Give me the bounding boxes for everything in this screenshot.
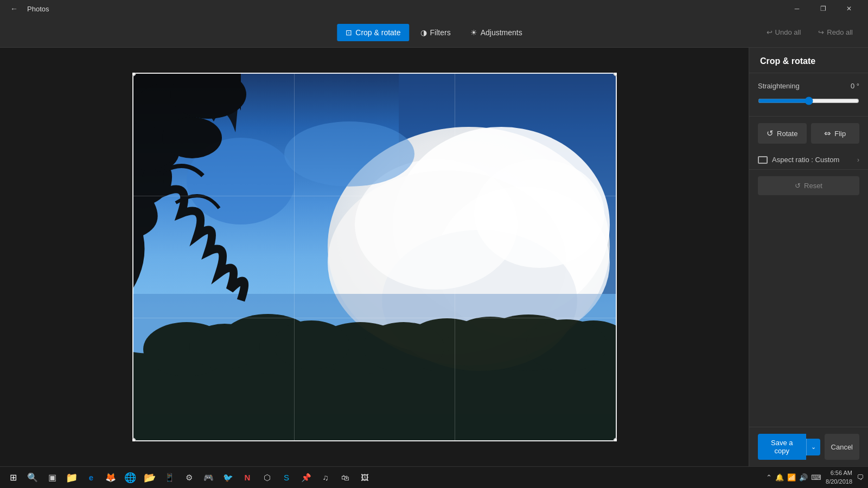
- restore-button[interactable]: ❐: [810, 0, 835, 17]
- save-dropdown-button[interactable]: ⌄: [806, 439, 820, 455]
- taskbar-task-view[interactable]: ▣: [43, 469, 61, 486]
- filter-icon: ◑: [420, 28, 427, 37]
- taskbar-photos[interactable]: 🖼: [356, 469, 373, 486]
- tray-notification[interactable]: 🔔: [775, 473, 784, 481]
- taskbar: ⊞ 🔍 ▣ 📁 e 🦊 🌐 📂 📱 ⚙ 🎮 🐦 N ⬡ S 📌 ♫ 🛍 🖼 ⌃ …: [0, 466, 868, 488]
- aspect-chevron-icon: ›: [857, 156, 859, 164]
- svg-point-23: [273, 320, 349, 369]
- svg-point-10: [284, 121, 414, 187]
- undo-all-button[interactable]: ↩ Undo all: [762, 26, 806, 38]
- taskbar-app2[interactable]: N: [239, 469, 256, 486]
- svg-point-24: [363, 322, 444, 372]
- taskbar-skype[interactable]: S: [278, 469, 295, 486]
- redo-all-button[interactable]: ↪ Redo all: [814, 26, 857, 38]
- taskbar-tray: ⌃ 🔔 📶 🔊 ⌨ 6:56 AM 8/20/2018 🗨: [766, 469, 864, 486]
- svg-point-26: [526, 319, 607, 371]
- taskbar-clock[interactable]: 6:56 AM 8/20/2018: [826, 469, 852, 486]
- redo-icon: ↪: [818, 28, 824, 36]
- undo-all-label: Undo all: [775, 28, 801, 36]
- straightening-section: Straightening 0 °: [749, 73, 868, 117]
- reset-label: Reset: [804, 182, 822, 190]
- aspect-ratio-colon: :: [811, 156, 815, 164]
- photo-svg: [132, 73, 617, 441]
- back-button[interactable]: ←: [7, 1, 22, 16]
- redo-all-label: Redo all: [827, 28, 853, 36]
- app-title: Photos: [27, 5, 49, 13]
- panel-title: Crop & rotate: [749, 48, 868, 73]
- main-content: Crop & rotate Straightening 0 ° ↺ Rotate…: [0, 48, 868, 466]
- tray-arrow[interactable]: ⌃: [766, 473, 772, 481]
- flip-icon: ⇔: [824, 129, 831, 138]
- photo-canvas: [132, 73, 617, 441]
- taskbar-firefox[interactable]: 🦊: [102, 469, 119, 486]
- toolbar-right: ↩ Undo all ↪ Redo all: [762, 26, 857, 38]
- reset-icon: ↺: [795, 182, 801, 190]
- tray-keyboard[interactable]: ⌨: [811, 473, 821, 481]
- aspect-ratio-value: Custom: [815, 156, 840, 164]
- titlebar-left: ← Photos: [7, 1, 49, 16]
- cancel-button[interactable]: Cancel: [825, 434, 859, 460]
- taskbar-explorer[interactable]: 📁: [63, 469, 80, 486]
- save-cancel-row: Save a copy ⌄: [758, 434, 820, 460]
- close-button[interactable]: ✕: [837, 0, 861, 17]
- clock-time: 6:56 AM: [831, 469, 852, 477]
- tray-wifi[interactable]: 📶: [787, 473, 796, 481]
- adjust-icon: ☀: [470, 28, 477, 37]
- adjustments-button[interactable]: ☀ Adjustments: [462, 24, 531, 41]
- rotate-label: Rotate: [777, 130, 797, 138]
- start-button[interactable]: ⊞: [4, 469, 22, 486]
- taskbar-file-explorer[interactable]: 📂: [141, 469, 158, 486]
- taskbar-twitter[interactable]: 🐦: [219, 469, 237, 486]
- panel-footer: Save a copy ⌄ Cancel: [749, 427, 868, 466]
- taskbar-spotify[interactable]: ♫: [317, 469, 334, 486]
- crop-icon: ⊡: [346, 28, 352, 37]
- canvas-area: [0, 48, 749, 466]
- aspect-ratio-text: Aspect ratio: [772, 156, 809, 164]
- svg-point-8: [474, 159, 604, 268]
- minimize-button[interactable]: ─: [784, 0, 809, 17]
- flip-button[interactable]: ⇔ Flip: [811, 123, 860, 144]
- toolbar-center: ⊡ Crop & rotate ◑ Filters ☀ Adjustments: [337, 24, 531, 41]
- taskbar-app4[interactable]: 📌: [297, 469, 315, 486]
- clock-date: 8/20/2018: [826, 478, 852, 486]
- adjustments-label: Adjustments: [481, 28, 522, 37]
- taskbar-edge[interactable]: e: [82, 469, 100, 486]
- rotate-flip-section: ↺ Rotate ⇔ Flip: [749, 117, 868, 150]
- filters-label: Filters: [430, 28, 451, 37]
- taskbar-tablet[interactable]: 📱: [161, 469, 178, 486]
- taskbar-search[interactable]: 🔍: [24, 469, 41, 486]
- tray-icons: ⌃ 🔔 📶 🔊 ⌨: [766, 473, 821, 481]
- straightening-slider[interactable]: [758, 97, 859, 105]
- rotate-icon: ↺: [767, 129, 774, 138]
- svg-point-22: [189, 324, 260, 369]
- crop-rotate-label: Crop & rotate: [355, 28, 400, 37]
- svg-point-25: [447, 317, 534, 371]
- taskbar-store[interactable]: 🛍: [336, 469, 354, 486]
- aspect-ratio-label: Aspect ratio : Custom: [772, 156, 857, 164]
- straightening-header: Straightening 0 °: [758, 82, 859, 90]
- svg-point-15: [162, 117, 222, 158]
- straightening-value: 0 °: [851, 82, 859, 90]
- filters-button[interactable]: ◑ Filters: [412, 24, 459, 41]
- toolbar: ⊡ Crop & rotate ◑ Filters ☀ Adjustments …: [0, 17, 868, 48]
- tray-volume[interactable]: 🔊: [799, 473, 808, 481]
- rotate-button[interactable]: ↺ Rotate: [758, 123, 807, 144]
- taskbar-chrome[interactable]: 🌐: [122, 469, 139, 486]
- aspect-ratio-icon: [758, 156, 768, 164]
- titlebar: ← Photos ─ ❐ ✕: [0, 0, 868, 17]
- crop-rotate-button[interactable]: ⊡ Crop & rotate: [337, 24, 409, 41]
- save-copy-button[interactable]: Save a copy: [758, 434, 806, 460]
- undo-icon: ↩: [767, 28, 773, 36]
- taskbar-settings[interactable]: ⚙: [180, 469, 197, 486]
- window-controls: ─ ❐ ✕: [784, 0, 861, 17]
- taskbar-icons: 🔍 ▣ 📁 e 🦊 🌐 📂 📱 ⚙ 🎮 🐦 N ⬡ S 📌 ♫ 🛍 🖼: [24, 469, 373, 486]
- taskbar-app1[interactable]: 🎮: [200, 469, 217, 486]
- straightening-label: Straightening: [758, 82, 800, 90]
- flip-label: Flip: [834, 130, 846, 138]
- right-panel: Crop & rotate Straightening 0 ° ↺ Rotate…: [749, 48, 868, 466]
- reset-button[interactable]: ↺ Reset: [758, 176, 859, 195]
- tray-action-center[interactable]: 🗨: [857, 473, 864, 481]
- taskbar-app3[interactable]: ⬡: [258, 469, 276, 486]
- aspect-ratio-row[interactable]: Aspect ratio : Custom ›: [749, 150, 868, 170]
- image-container: [132, 73, 617, 441]
